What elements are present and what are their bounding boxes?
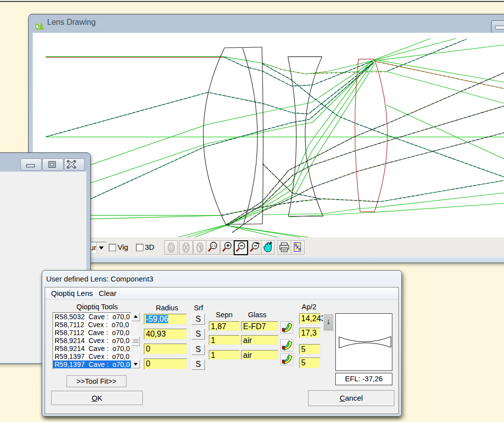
svg-text:D: D <box>295 243 297 247</box>
svg-text:1-1: 1-1 <box>211 244 216 247</box>
svg-text:F: F <box>299 248 301 251</box>
